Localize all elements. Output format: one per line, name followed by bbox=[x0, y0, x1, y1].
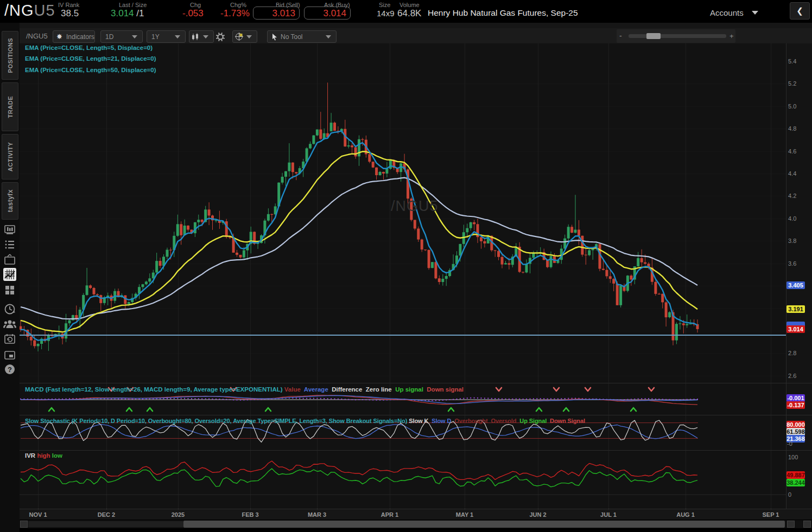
svg-text:?: ? bbox=[8, 366, 12, 374]
svg-text:/NGU5: /NGU5 bbox=[391, 198, 439, 214]
